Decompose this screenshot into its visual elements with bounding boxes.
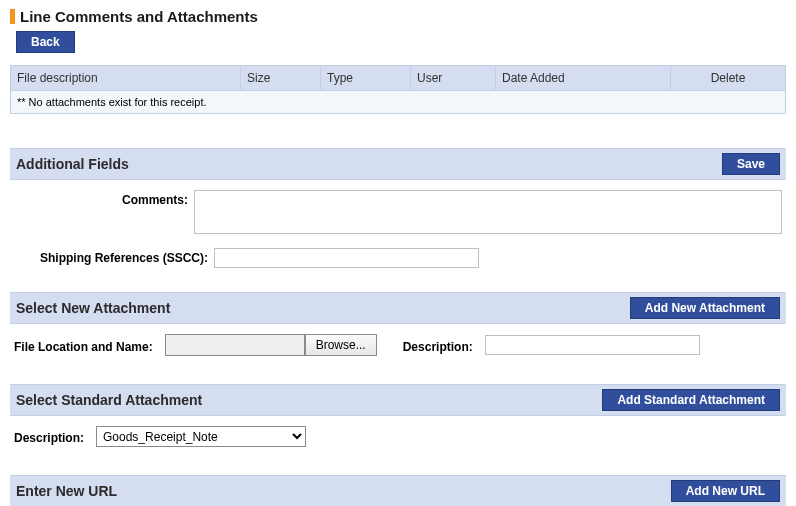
col-user: User xyxy=(411,66,496,91)
empty-message: ** No attachments exist for this receipt… xyxy=(11,91,786,114)
comments-input[interactable] xyxy=(194,190,782,234)
add-new-attachment-button[interactable]: Add New Attachment xyxy=(630,297,780,319)
section-standard-attachment-body: Description: Goods_Receipt_Note xyxy=(10,416,786,453)
section-title: Select Standard Attachment xyxy=(16,392,202,408)
file-location-input[interactable] xyxy=(165,334,305,356)
add-new-url-button[interactable]: Add New URL xyxy=(671,480,780,502)
file-location-label: File Location and Name: xyxy=(14,337,159,354)
browse-button[interactable]: Browse... xyxy=(305,334,377,356)
title-marker-icon xyxy=(10,9,15,24)
attachment-description-input[interactable] xyxy=(485,335,700,355)
section-new-attachment-header: Select New Attachment Add New Attachment xyxy=(10,292,786,324)
standard-desc-select[interactable]: Goods_Receipt_Note xyxy=(96,426,306,447)
table-empty-row: ** No attachments exist for this receipt… xyxy=(11,91,786,114)
page-title: Line Comments and Attachments xyxy=(10,8,786,25)
add-standard-attachment-button[interactable]: Add Standard Attachment xyxy=(602,389,780,411)
attachment-description-label: Description: xyxy=(403,337,479,354)
col-file-description: File description xyxy=(11,66,241,91)
sscc-input[interactable] xyxy=(214,248,479,268)
save-button[interactable]: Save xyxy=(722,153,780,175)
col-date-added: Date Added xyxy=(496,66,671,91)
section-additional-fields-body: Comments: Shipping References (SSCC): xyxy=(10,180,786,274)
col-size: Size xyxy=(241,66,321,91)
col-delete: Delete xyxy=(671,66,786,91)
attachments-table: File description Size Type User Date Add… xyxy=(10,65,786,114)
col-type: Type xyxy=(321,66,411,91)
back-button[interactable]: Back xyxy=(16,31,75,53)
section-new-attachment-body: File Location and Name: Browse... Descri… xyxy=(10,324,786,362)
sscc-label: Shipping References (SSCC): xyxy=(14,248,214,265)
page-title-text: Line Comments and Attachments xyxy=(20,8,258,25)
section-title: Additional Fields xyxy=(16,156,129,172)
section-additional-fields-header: Additional Fields Save xyxy=(10,148,786,180)
comments-label: Comments: xyxy=(14,190,194,207)
section-new-url-header: Enter New URL Add New URL xyxy=(10,475,786,506)
section-standard-attachment-header: Select Standard Attachment Add Standard … xyxy=(10,384,786,416)
section-title: Enter New URL xyxy=(16,483,117,499)
table-header-row: File description Size Type User Date Add… xyxy=(11,66,786,91)
standard-desc-label: Description: xyxy=(14,428,90,445)
section-title: Select New Attachment xyxy=(16,300,170,316)
